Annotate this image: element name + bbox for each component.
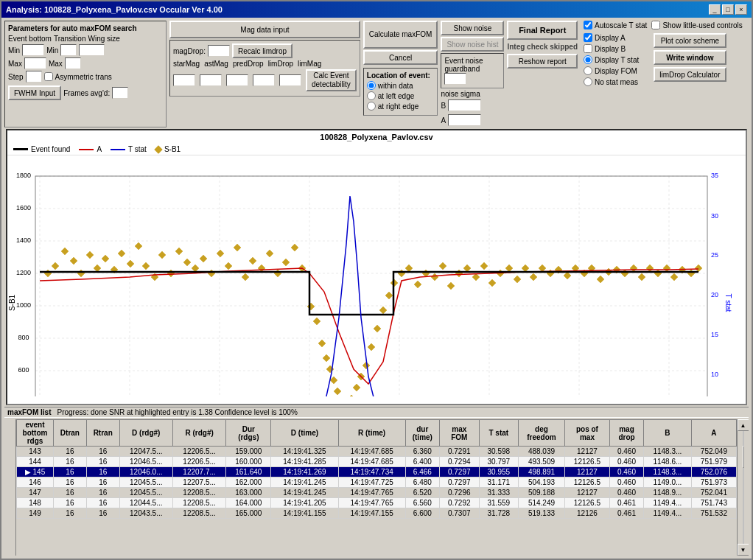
table-row[interactable]: 149161612043.5...12208.5...165.00014:19:…: [17, 508, 737, 519]
svg-marker-75: [282, 259, 290, 266]
event-noise-panel: Event noise guardband 0: [441, 53, 504, 88]
noise-b-val[interactable]: 143.52: [448, 99, 481, 111]
event-bottom-max[interactable]: 149: [24, 57, 46, 69]
integ-check-label: Integ check skipped: [507, 43, 578, 51]
magdrop-val[interactable]: 0.70: [208, 45, 230, 57]
svg-text:1200: 1200: [16, 269, 31, 276]
right-edge-radio[interactable]: [367, 102, 376, 111]
minimize-button[interactable]: _: [709, 4, 721, 15]
starmag-val[interactable]: 13.50: [173, 74, 195, 86]
limmag-val[interactable]: 17.71: [279, 74, 301, 86]
scroll-track[interactable]: [743, 431, 744, 544]
table-row[interactable]: 146161612045.5...12207.5...162.00014:19:…: [17, 477, 737, 488]
svg-marker-55: [118, 250, 125, 257]
svg-marker-76: [291, 244, 298, 251]
bottom-section: eventbottomrdgs Dtran Rtran D (rdg#) R (…: [4, 419, 749, 556]
svg-text:10: 10: [711, 371, 718, 378]
transition-max[interactable]: 16: [65, 57, 81, 69]
plot-color-scheme-button[interactable]: Plot color scheme: [654, 33, 726, 48]
svg-marker-104: [463, 265, 471, 272]
title-bar: Analysis: 100828_Polyxena_Pavlov.csv Occ…: [1, 1, 752, 18]
scroll-thumb[interactable]: [743, 446, 744, 468]
within-data-radio[interactable]: [367, 81, 376, 90]
no-stat-radio[interactable]: [584, 77, 592, 86]
recalc-button[interactable]: Recalc limdrop: [232, 43, 293, 58]
svg-marker-87: [348, 395, 355, 396]
svg-marker-66: [208, 270, 215, 277]
window-title: Analysis: 100828_Polyxena_Pavlov.csv Occ…: [6, 5, 223, 14]
noise-a-val[interactable]: 140.06: [448, 114, 481, 126]
autoscale-checkbox[interactable]: [584, 21, 592, 29]
limdrop-val[interactable]: 5.01: [253, 74, 275, 86]
svg-text:30: 30: [711, 212, 718, 220]
cancel-button[interactable]: Cancel: [363, 50, 438, 65]
left-edge-radio[interactable]: [367, 91, 376, 100]
location-label: Location of event:: [367, 71, 435, 80]
svg-text:1800: 1800: [16, 172, 31, 179]
progress-text: Progress: done SNR at highlighted entry …: [57, 408, 297, 416]
final-report-button[interactable]: Final Report: [507, 21, 578, 40]
legend-event-found: Event found: [13, 145, 70, 153]
window-controls: _ □ ×: [709, 4, 747, 15]
table-row[interactable]: 147161612045.5...12208.5...163.00014:19:…: [17, 488, 737, 498]
plot-svg: 1800 1600 1400 1200 1000 800 600 400 200…: [7, 155, 746, 396]
calc-panel: Calculate maxFOM Cancel Location of even…: [363, 21, 438, 127]
astmag-val[interactable]: 13.40: [200, 74, 222, 86]
right-buttons: Plot color scheme Write window limDrop C…: [654, 33, 726, 88]
no-stat-label: No stat meas: [595, 78, 638, 86]
scroll-up-button[interactable]: ▲: [738, 419, 749, 431]
preddrop-label: predDrop: [233, 60, 264, 68]
right-controls: Autoscale T stat Show little-used contro…: [584, 21, 743, 127]
show-little-used-checkbox[interactable]: [651, 21, 660, 29]
step-val[interactable]: 1: [26, 71, 42, 83]
close-button[interactable]: ×: [735, 4, 747, 15]
transition-min[interactable]: 16: [60, 44, 77, 56]
display-b-checkbox[interactable]: [584, 44, 592, 53]
svg-marker-53: [102, 255, 109, 262]
table-row[interactable]: 143161612047.5...12206.5...159.00014:19:…: [17, 447, 737, 457]
params-panel: Parameters for auto maxFOM search Event …: [4, 21, 167, 127]
calculate-maxfom-button[interactable]: Calculate maxFOM: [363, 21, 438, 49]
frames-avgd-val[interactable]: 1: [112, 87, 128, 99]
within-data-label: within data: [378, 82, 413, 90]
data-table: eventbottomrdgs Dtran Rtran D (rdg#) R (…: [16, 419, 737, 519]
table-row[interactable]: 144161612046.5...12206.5...160.00014:19:…: [17, 457, 737, 467]
event-bottom-min[interactable]: 141: [22, 44, 44, 56]
col-header-d-rdg: D (rdg#): [119, 420, 172, 447]
display-fom-radio[interactable]: [584, 66, 592, 75]
maximize-button[interactable]: □: [722, 4, 734, 15]
wing-size[interactable]: 400: [79, 44, 105, 56]
svg-marker-48: [61, 248, 69, 255]
scroll-down-button[interactable]: ▼: [738, 544, 749, 556]
max-label2: Max: [49, 60, 63, 68]
table-row[interactable]: 148161612044.5...12208.5...164.00014:19:…: [17, 498, 737, 508]
col-header-max-fom: maxFOM: [439, 420, 479, 447]
fwhm-input-button[interactable]: FWHM Input: [8, 85, 61, 100]
plot-area: 100828_Polyxena_Pavlov.csv Event found A…: [6, 129, 747, 405]
plot-legend: Event found A T stat S-B1: [7, 144, 746, 155]
mag-data-button[interactable]: Mag data input: [169, 21, 360, 38]
col-header-dur-time: dur(time): [405, 420, 439, 447]
asymmetric-checkbox[interactable]: [44, 72, 53, 81]
svg-marker-124: [630, 265, 637, 272]
svg-marker-93: [379, 307, 387, 314]
min-label2: Min: [46, 46, 58, 55]
svg-marker-126: [646, 265, 654, 272]
svg-marker-111: [522, 265, 529, 272]
preddrop-val[interactable]: 0.70: [226, 74, 248, 86]
col-header-event-bottom: eventbottomrdgs: [17, 420, 54, 447]
svg-marker-74: [274, 270, 281, 277]
display-a-checkbox[interactable]: [584, 33, 592, 42]
write-window-button[interactable]: Write window: [654, 50, 726, 65]
limdrop-calc-button[interactable]: limDrop Calculator: [654, 67, 726, 82]
calc-event-button[interactable]: Calc Event detectability: [306, 69, 357, 91]
table-scroll[interactable]: eventbottomrdgs Dtran Rtran D (rdg#) R (…: [16, 419, 737, 556]
display-tstat-radio[interactable]: [584, 55, 592, 64]
svg-text:800: 800: [18, 334, 29, 341]
show-noise-hist-button[interactable]: Show noise hist: [441, 37, 504, 52]
table-scrollbar[interactable]: ▲ ▼: [737, 419, 749, 556]
event-noise-val[interactable]: 0: [444, 73, 466, 85]
table-row[interactable]: ▶ 145161612046.0...12207.7...161.64014:1…: [17, 467, 737, 477]
reshow-report-button[interactable]: Reshow report: [507, 54, 578, 69]
show-noise-button[interactable]: Show noise: [441, 21, 504, 35]
